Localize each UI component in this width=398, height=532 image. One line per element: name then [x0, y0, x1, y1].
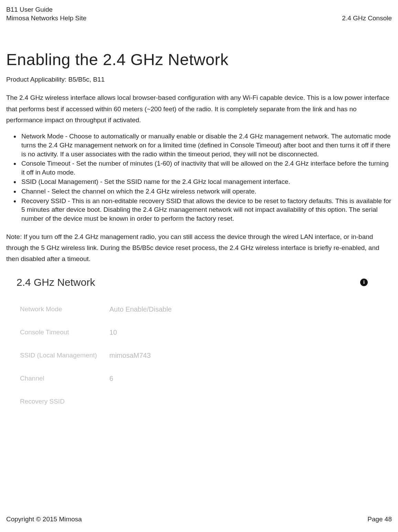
field-value: 10	[109, 328, 117, 336]
feature-list: Network Mode - Choose to automatically o…	[6, 132, 392, 223]
field-ssid-local-management[interactable]: SSID (Local Management) mimosaM743	[17, 348, 381, 363]
field-label: Channel	[20, 375, 109, 382]
site-title: Mimosa Networks Help Site	[6, 14, 86, 23]
list-item: Channel - Select the channel on which th…	[20, 187, 392, 196]
doc-title: B11 User Guide	[6, 6, 86, 14]
field-console-timeout[interactable]: Console Timeout 10	[17, 325, 381, 340]
field-value: mimosaM743	[109, 352, 151, 359]
page-footer: Copyright © 2015 Mimosa Page 48	[6, 515, 392, 523]
settings-panel: 2.4 GHz Network i Network Mode Auto Enab…	[6, 273, 392, 458]
list-item: Network Mode - Choose to automatically o…	[20, 132, 392, 158]
intro-paragraph: The 2.4 GHz wireless interface allows lo…	[6, 92, 392, 126]
page-header: B11 User Guide Mimosa Networks Help Site…	[6, 6, 392, 22]
note-paragraph: Note: If you turn off the 2.4 GHz manage…	[6, 231, 392, 265]
field-channel[interactable]: Channel 6	[17, 371, 381, 386]
product-applicability: Product Applicability: B5/B5c, B11	[6, 76, 392, 83]
panel-title: 2.4 GHz Network	[17, 277, 95, 288]
field-value: Auto Enable/Disable	[109, 305, 172, 313]
field-value: 6	[109, 375, 113, 383]
list-item: Recovery SSID - This is an non-editable …	[20, 197, 392, 223]
info-icon[interactable]: i	[360, 279, 368, 286]
page-number: Page 48	[367, 515, 392, 523]
field-network-mode[interactable]: Network Mode Auto Enable/Disable	[17, 302, 381, 317]
copyright-text: Copyright © 2015 Mimosa	[6, 515, 82, 523]
field-label: SSID (Local Management)	[20, 352, 109, 359]
field-label: Recovery SSID	[20, 398, 109, 405]
panel-header: 2.4 GHz Network i	[17, 277, 381, 288]
field-label: Console Timeout	[20, 328, 109, 336]
field-label: Network Mode	[20, 305, 109, 313]
page-title: Enabling the 2.4 GHz Network	[6, 50, 392, 69]
field-recovery-ssid[interactable]: Recovery SSID	[17, 394, 381, 409]
header-section: 2.4 GHz Console	[342, 14, 392, 23]
list-item: SSID (Local Management) - Set the SSID n…	[20, 177, 392, 186]
header-left: B11 User Guide Mimosa Networks Help Site	[6, 6, 86, 22]
list-item: Console Timeout - Set the number of minu…	[20, 159, 392, 177]
